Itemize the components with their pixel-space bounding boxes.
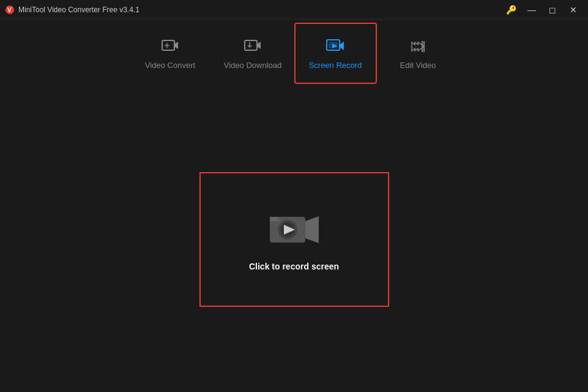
camera-record-icon — [267, 208, 322, 251]
app-title: MiniTool Video Converter Free v3.4.1 — [18, 6, 140, 14]
key-button[interactable]: 🔑 — [501, 1, 521, 18]
svg-marker-13 — [305, 216, 319, 243]
edit-video-icon — [409, 37, 427, 56]
minimize-button[interactable]: — — [522, 1, 541, 18]
title-bar-controls: 🔑 — ◻ ✕ — [501, 1, 583, 18]
minimize-icon: — — [527, 5, 536, 15]
restore-button[interactable]: ◻ — [543, 1, 562, 18]
main-content: Click to record screen — [0, 87, 588, 392]
close-button[interactable]: ✕ — [564, 1, 583, 18]
video-download-icon — [244, 37, 262, 56]
tab-edit-video[interactable]: Edit Video — [377, 23, 460, 84]
title-bar: V MiniTool Video Converter Free v3.4.1 🔑… — [0, 0, 588, 20]
screen-record-icon — [326, 37, 344, 56]
tab-edit-video-label: Edit Video — [400, 61, 436, 70]
tab-video-download-label: Video Download — [224, 61, 281, 70]
title-bar-left: V MiniTool Video Converter Free v3.4.1 — [5, 5, 140, 15]
svg-text:V: V — [7, 7, 12, 13]
tab-video-convert-label: Video Convert — [145, 61, 195, 70]
tab-video-download[interactable]: Video Download — [212, 23, 294, 84]
tab-screen-record[interactable]: Screen Record — [294, 23, 377, 84]
record-label: Click to record screen — [249, 262, 339, 271]
close-icon: ✕ — [570, 5, 577, 15]
app-logo: V — [5, 5, 15, 15]
record-area[interactable]: Click to record screen — [199, 172, 389, 307]
restore-icon: ◻ — [549, 5, 556, 15]
tab-video-convert[interactable]: Video Convert — [129, 23, 212, 84]
video-convert-icon — [161, 37, 179, 56]
tab-screen-record-label: Screen Record — [309, 61, 362, 70]
nav-bar: Video Convert Video Download Screen Reco… — [0, 20, 588, 87]
key-icon: 🔑 — [506, 5, 516, 15]
